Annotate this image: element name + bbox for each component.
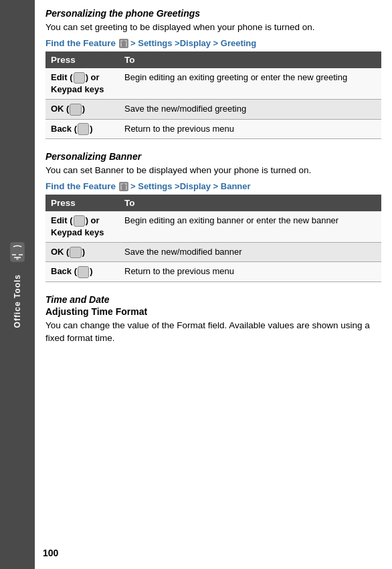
ok-key-icon-b [70,247,81,258]
greetings-find-feature-path: > Settings >Display > Greeting [130,38,256,48]
home-icon [118,38,129,49]
greetings-row2-press: OK ( ) [45,100,119,119]
table-row: Edit ( ) orKeypad keys Begin editing an … [45,211,381,243]
banner-table-header-to: To [119,195,381,211]
greetings-row2-to: Save the new/modified greeting [119,100,381,119]
time-date-section: Time and Date Adjusting Time Format You … [45,294,381,345]
table-row: Edit ( ) orKeypad keys Begin editing an … [45,68,381,100]
banner-row1-to: Begin editing an exiting banner or enter… [119,211,381,243]
greetings-row3-press: Back ( ) [45,119,119,138]
banner-row3-to: Return to the previous menu [119,262,381,281]
banner-row2-press: OK ( ) [45,243,119,262]
greetings-table: Press To Edit ( ) orKeypad keys Begin ed… [45,51,381,139]
sidebar: Office Tools [0,0,35,569]
edit-key-icon-b [74,215,85,227]
greetings-row3-to: Return to the previous menu [119,119,381,138]
greetings-table-header-to: To [119,51,381,68]
main-content: Personalizing the phone Greetings You ca… [35,0,392,569]
banner-row3-press: Back ( ) [45,262,119,281]
greetings-row1-press: Edit ( ) orKeypad keys [45,68,119,100]
back-key-icon-b [78,266,89,277]
greetings-find-feature-label: Find the Feature [45,38,116,48]
banner-table-header-press: Press [45,195,119,211]
adjusting-title: Adjusting Time Format [45,306,381,317]
banner-find-feature-path: > Settings >Display > Banner [130,181,251,191]
banner-row2-to: Save the new/modified banner [119,243,381,262]
ok-key-icon [70,104,81,115]
greetings-find-feature: Find the Feature > Settings >Display > G… [45,38,381,49]
banner-table: Press To Edit ( ) orKeypad keys Begin ed… [45,195,381,282]
greetings-section: Personalizing the phone Greetings You ca… [45,8,381,139]
phone-icon [7,241,28,270]
greetings-table-header-press: Press [45,51,119,68]
greetings-title: Personalizing the phone Greetings [45,8,381,19]
back-key-icon [78,123,89,134]
page-number: 100 [43,548,58,558]
time-date-body: You can change the value of the Format f… [45,320,381,345]
svg-rect-11 [122,186,126,190]
greetings-body: You can set greeting to be displayed whe… [45,21,381,34]
svg-rect-7 [122,43,126,47]
table-row: OK ( ) Save the new/modified greeting [45,100,381,119]
banner-find-feature-label: Find the Feature [45,181,116,191]
table-row: Back ( ) Return to the previous menu [45,119,381,138]
banner-title: Personalizing Banner [45,151,381,162]
home-icon-2 [118,181,129,192]
sidebar-label: Office Tools [13,274,22,328]
sidebar-label-container: Office Tools [7,241,28,328]
table-row: OK ( ) Save the new/modified banner [45,243,381,262]
banner-row1-press: Edit ( ) orKeypad keys [45,211,119,243]
banner-body: You can set Banner to be displayed when … [45,164,381,177]
banner-section: Personalizing Banner You can set Banner … [45,151,381,282]
time-date-title: Time and Date [45,294,381,305]
banner-find-feature: Find the Feature > Settings >Display > B… [45,181,381,192]
greetings-row1-to: Begin editing an exiting greeting or ent… [119,68,381,100]
edit-key-icon [74,72,85,84]
table-row: Back ( ) Return to the previous menu [45,262,381,281]
